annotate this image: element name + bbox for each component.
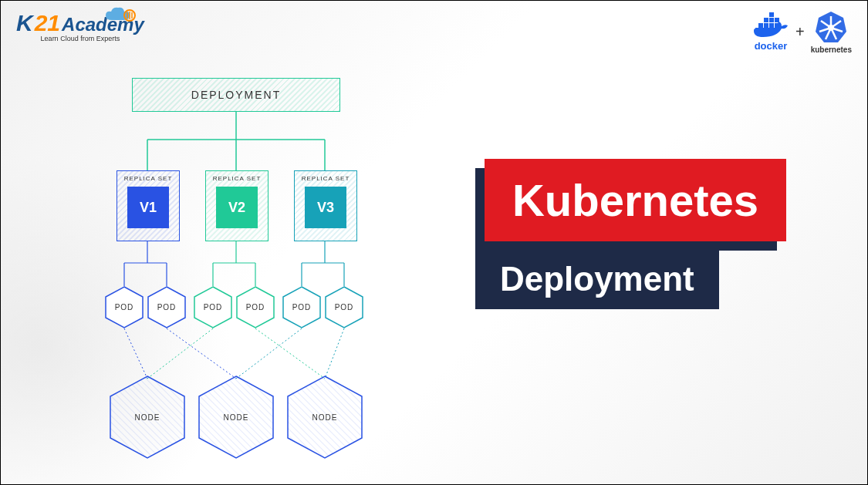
svg-rect-8 (764, 18, 768, 22)
k21-academy-logo: K21Academy Learn Cloud from Experts (16, 10, 144, 42)
deployment-diagram: DEPLOYMENT REPLICA SET V1 REPLICA SET V2… (93, 78, 379, 463)
svg-rect-5 (764, 23, 768, 28)
kubernetes-logo: kubernetes (811, 10, 852, 54)
deployment-box: DEPLOYMENT (132, 78, 340, 112)
cloud-icon (104, 6, 137, 28)
node-label: NODE (135, 413, 160, 422)
logo-k: K (16, 10, 33, 36)
version-box-v2: V2 (216, 187, 258, 228)
deployment-label: DEPLOYMENT (191, 89, 281, 101)
svg-rect-6 (769, 23, 774, 28)
logo-21: 21 (35, 10, 60, 36)
title-card: Kubernetes Deployment (485, 159, 786, 309)
plus-icon: + (795, 23, 805, 41)
replica-label: REPLICA SET (302, 175, 350, 182)
node-label: NODE (312, 413, 338, 422)
pod-label: POD (115, 303, 134, 312)
pod-label: POD (246, 303, 265, 312)
pod-label: POD (157, 303, 177, 312)
logo-tagline: Learn Cloud from Experts (41, 35, 120, 42)
pod-hexagon: POD (236, 286, 275, 328)
node-hexagon: NODE (198, 375, 275, 460)
svg-line-38 (124, 328, 147, 379)
docker-logo: docker (752, 12, 789, 52)
pod-label: POD (204, 303, 223, 312)
svg-line-39 (167, 328, 236, 379)
pod-hexagon: POD (147, 286, 186, 328)
svg-line-42 (236, 328, 302, 379)
node-label: NODE (224, 413, 249, 422)
pod-hexagon: POD (105, 286, 144, 328)
svg-rect-11 (769, 12, 774, 17)
version-box-v3: V3 (305, 187, 346, 228)
replica-label: REPLICA SET (213, 175, 262, 182)
pod-label: POD (292, 303, 312, 312)
replica-label: REPLICA SET (124, 175, 173, 182)
svg-rect-9 (769, 18, 774, 22)
version-box-v1: V1 (127, 187, 169, 228)
svg-rect-4 (758, 23, 763, 28)
node-hexagon: NODE (286, 375, 363, 460)
pod-label: POD (335, 303, 354, 312)
docker-whale-icon (752, 12, 789, 39)
svg-line-41 (255, 328, 325, 379)
pod-hexagon: POD (282, 286, 321, 328)
node-hexagon: NODE (109, 375, 186, 460)
docker-label: docker (755, 40, 788, 52)
title-line1: Kubernetes (485, 159, 786, 241)
svg-line-40 (147, 328, 213, 379)
replica-set-v2: REPLICA SET V2 (205, 170, 269, 241)
title-line2: Deployment (475, 249, 719, 309)
tech-logos: docker + kubernetes (752, 10, 852, 54)
replica-set-v3: REPLICA SET V3 (294, 170, 357, 241)
replica-set-v1: REPLICA SET V1 (117, 170, 180, 241)
pod-hexagon: POD (325, 286, 363, 328)
pod-hexagon: POD (194, 286, 232, 328)
svg-line-43 (325, 328, 344, 379)
kubernetes-wheel-icon (814, 10, 848, 44)
kubernetes-label: kubernetes (811, 45, 852, 54)
